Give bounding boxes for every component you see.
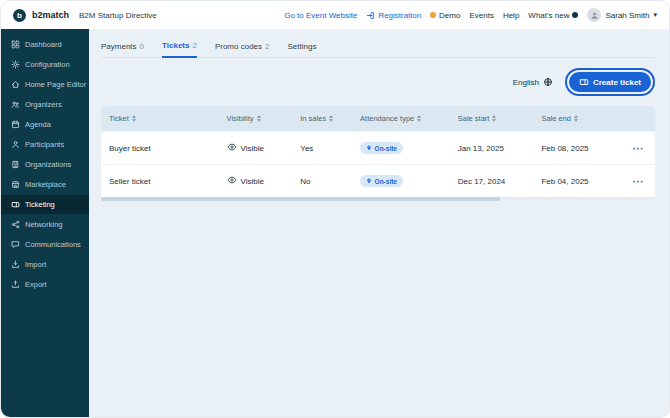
sidebar-item-configuration[interactable]: Configuration (1, 55, 89, 74)
language-selector[interactable]: English (513, 77, 553, 87)
tab-label: Promo codes (215, 42, 262, 51)
sidebar-item-participants[interactable]: Participants (1, 135, 89, 154)
app-window: b b2match B2M Startup Directive Go to Ev… (0, 0, 670, 418)
visibility-value: Visible (241, 177, 264, 186)
sidebar: Dashboard Configuration Home Page Editor… (1, 29, 89, 417)
column-header-actions (621, 106, 655, 131)
cell-sale-start: Dec 17, 2024 (450, 167, 534, 196)
registration-link[interactable]: Registration (366, 11, 421, 20)
sidebar-item-label: Ticketing (25, 200, 55, 209)
sort-icon (417, 115, 421, 123)
sidebar-item-marketplace[interactable]: Marketplace (1, 175, 89, 194)
sidebar-item-organizers[interactable]: Organizers (1, 95, 89, 114)
in-sales-value: Yes (300, 144, 313, 153)
tab-count: 2 (192, 41, 196, 50)
sidebar-item-networking[interactable]: Networking (1, 215, 89, 234)
tab-promo-codes[interactable]: Promo codes 2 (215, 37, 270, 57)
cell-ticket: Buyer ticket (101, 134, 219, 163)
table-header-row: Ticket Visibility In sales Attendance ty… (101, 106, 655, 131)
sidebar-item-communications[interactable]: Communications (1, 235, 89, 254)
user-name: Sarah Smith (605, 11, 649, 20)
ticket-icon (579, 77, 589, 87)
cell-ticket: Seller ticket (101, 167, 219, 196)
avatar-person-icon (590, 11, 599, 20)
sidebar-item-label: Export (25, 280, 47, 289)
cell-attendance-type: On-site (352, 132, 450, 164)
sale-end-value: Feb 04, 2025 (541, 177, 588, 186)
attendance-label: On-site (375, 178, 397, 185)
events-link[interactable]: Events (469, 11, 493, 20)
sidebar-item-label: Import (25, 260, 46, 269)
ticket-name: Seller ticket (109, 177, 150, 186)
dashboard-icon (11, 40, 20, 49)
sort-icon (132, 115, 136, 123)
in-sales-value: No (300, 177, 310, 186)
cell-actions: ⋯ (621, 133, 655, 164)
sale-end-value: Feb 08, 2025 (541, 144, 588, 153)
sidebar-item-label: Marketplace (25, 180, 66, 189)
attendance-badge: On-site (360, 142, 403, 154)
column-label: Sale end (541, 114, 571, 123)
sidebar-item-organizations[interactable]: Organizations (1, 155, 89, 174)
tickets-toolbar: English Create ticket (101, 68, 655, 96)
export-icon (11, 280, 20, 289)
user-menu[interactable]: Sarah Smith ▾ (587, 8, 657, 22)
sidebar-item-home-page-editor[interactable]: Home Page Editor (1, 75, 89, 94)
cell-sale-end: Feb 04, 2025 (533, 167, 621, 196)
tab-payments[interactable]: Payments 0 (101, 37, 144, 57)
sidebar-item-label: Organizers (25, 100, 62, 109)
cell-in-sales: No (292, 167, 352, 196)
tab-settings[interactable]: Settings (288, 37, 317, 57)
tab-label: Tickets (162, 41, 189, 50)
demo-indicator[interactable]: Demo (430, 11, 460, 20)
top-bar: b b2match B2M Startup Directive Go to Ev… (1, 1, 669, 29)
cell-sale-start: Jan 13, 2025 (450, 134, 534, 163)
go-to-event-website-link[interactable]: Go to Event Website (284, 11, 357, 20)
row-actions-menu-icon[interactable]: ⋯ (633, 176, 644, 187)
column-label: Attendance type (360, 114, 414, 123)
location-pin-icon (366, 145, 372, 151)
language-label: English (513, 78, 539, 87)
topbar-right: Go to Event Website Registration Demo Ev… (284, 8, 657, 22)
row-actions-menu-icon[interactable]: ⋯ (633, 143, 644, 154)
table-row[interactable]: Buyer ticket Visible Yes On-site Jan 13,… (101, 131, 655, 164)
main-content: Payments 0 Tickets 2 Promo codes 2 Setti… (89, 29, 669, 417)
column-header-sale-end[interactable]: Sale end (533, 106, 621, 131)
chevron-down-icon: ▾ (653, 11, 657, 19)
column-label: Sale start (458, 114, 490, 123)
sidebar-item-label: Participants (25, 140, 64, 149)
scrollbar-thumb[interactable] (101, 197, 500, 201)
home-icon (11, 80, 20, 89)
column-header-sale-start[interactable]: Sale start (450, 106, 534, 131)
cell-visibility: Visible (219, 132, 293, 164)
person-icon (11, 140, 20, 149)
tab-tickets[interactable]: Tickets 2 (162, 37, 197, 58)
create-ticket-label: Create ticket (593, 78, 641, 87)
ticket-icon (11, 200, 20, 209)
sidebar-item-import[interactable]: Import (1, 255, 89, 274)
table-row[interactable]: Seller ticket Visible No On-site Dec 17,… (101, 164, 655, 197)
registration-label: Registration (378, 11, 421, 20)
column-header-in-sales[interactable]: In sales (292, 106, 352, 131)
sort-icon (329, 115, 333, 123)
sidebar-item-label: Home Page Editor (25, 80, 86, 89)
help-link[interactable]: Help (503, 11, 519, 20)
calendar-icon (11, 120, 20, 129)
sidebar-item-ticketing[interactable]: Ticketing (1, 195, 89, 214)
sidebar-item-export[interactable]: Export (1, 275, 89, 294)
sort-icon (257, 115, 261, 123)
building-icon (11, 160, 20, 169)
attendance-label: On-site (375, 145, 397, 152)
whats-new-link[interactable]: What's new (528, 11, 578, 20)
create-ticket-button[interactable]: Create ticket (569, 72, 651, 92)
whats-new-label: What's new (528, 11, 569, 20)
column-header-ticket[interactable]: Ticket (101, 106, 219, 131)
sidebar-item-agenda[interactable]: Agenda (1, 115, 89, 134)
app-frame: Dashboard Configuration Home Page Editor… (1, 29, 669, 417)
column-header-visibility[interactable]: Visibility (219, 106, 293, 131)
sidebar-item-dashboard[interactable]: Dashboard (1, 35, 89, 54)
eye-icon (227, 142, 237, 154)
sidebar-item-label: Communications (25, 240, 81, 249)
import-icon (11, 260, 20, 269)
column-header-attendance-type[interactable]: Attendance type (352, 106, 450, 131)
